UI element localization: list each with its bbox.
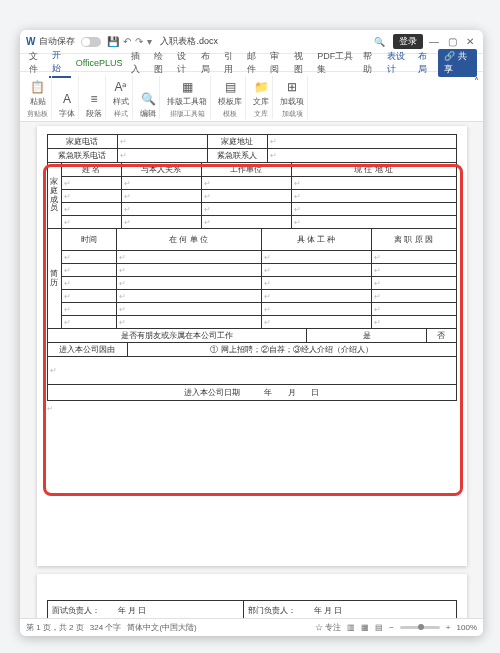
table-row: ↵↵↵↵ xyxy=(47,264,456,277)
search-box[interactable]: 🔍 xyxy=(370,36,389,48)
zoom-in-icon[interactable]: + xyxy=(446,623,451,632)
addin-icon: ⊞ xyxy=(284,79,300,95)
view-web-icon[interactable]: ▤ xyxy=(375,623,383,632)
group-paragraph: ≡ 段落 xyxy=(83,76,106,119)
group-label-clipboard: 剪贴板 xyxy=(27,109,48,119)
template-icon: ▤ xyxy=(222,79,238,95)
question-table: 是否有朋友或亲属在本公司工作 是 否 进入本公司因由 ① 网上招聘；②自荐；③经… xyxy=(47,328,457,401)
styles-icon: Aᵃ xyxy=(113,79,129,95)
table-row: 紧急联系电话↵紧急联系人↵ xyxy=(47,149,456,163)
table-row: 进入本公司日期 年 月 日 xyxy=(47,385,456,401)
group-clipboard: 📋 粘贴 剪贴板 xyxy=(24,76,52,119)
paragraph-button[interactable]: ≡ 段落 xyxy=(86,91,102,119)
font-button[interactable]: A 字体 xyxy=(59,91,75,119)
autosave-label: 自动保存 xyxy=(39,35,75,48)
word-count[interactable]: 324 个字 xyxy=(90,622,122,633)
table-row: ↵↵↵↵ xyxy=(47,177,456,190)
table-row: 是否有朋友或亲属在本公司工作 是 否 xyxy=(47,329,456,343)
zoom-slider[interactable] xyxy=(400,626,440,629)
paste-button[interactable]: 📋 粘贴 xyxy=(30,79,46,107)
language-indicator[interactable]: 简体中文(中国大陆) xyxy=(127,622,196,633)
table-row: ↵↵↵↵ xyxy=(47,251,456,264)
family-label: 家庭成员 xyxy=(47,163,61,229)
maximize-icon[interactable]: ▢ xyxy=(445,36,459,47)
document-name: 入职表格.docx xyxy=(160,35,218,48)
resume-label: 简历 xyxy=(47,229,61,329)
wenku-icon: 📁 xyxy=(253,79,269,95)
ribbon: 📋 粘贴 剪贴板 A 字体 ≡ 段落 Aᵃ 样式 样式 xyxy=(20,72,483,122)
zoom-out-icon[interactable]: − xyxy=(389,623,394,632)
group-editing: 🔍 编辑 xyxy=(137,76,160,119)
view-read-icon[interactable]: ▦ xyxy=(361,623,369,632)
page-2: 面试负责人： 年 月 日 部门负责人： 年 月 日 xyxy=(37,574,467,618)
group-layout-tool: ▦ 排版工具箱 排版工具箱 xyxy=(164,76,211,119)
table-row: ↵↵↵↵ xyxy=(47,216,456,229)
group-template: ▤ 模板库 模板 xyxy=(215,76,246,119)
table-row: ↵↵↵↵ xyxy=(47,290,456,303)
table-row: 简历 时间 在 何 单 位 具 体 工 种 离 职 原 因 xyxy=(47,229,456,251)
word-icon: W xyxy=(26,36,35,47)
login-button[interactable]: 登录 xyxy=(393,34,423,49)
zoom-level[interactable]: 100% xyxy=(457,623,477,632)
paste-icon: 📋 xyxy=(30,79,46,95)
redo-icon[interactable]: ↷ xyxy=(135,36,143,47)
styles-button[interactable]: Aᵃ 样式 xyxy=(113,79,129,107)
layout-tool-button[interactable]: ▦ 排版工具箱 xyxy=(167,79,207,107)
addin-button[interactable]: ⊞ 加载项 xyxy=(280,79,304,107)
autosave-toggle[interactable] xyxy=(81,37,101,47)
group-label-template: 模板 xyxy=(223,109,237,119)
editing-icon: 🔍 xyxy=(140,91,156,107)
template-button[interactable]: ▤ 模板库 xyxy=(218,79,242,107)
word-window: W 自动保存 💾 ↶ ↷ ▾ 入职表格.docx 🔍 登录 — ▢ ✕ 文件 开… xyxy=(20,30,483,636)
group-label-wenku: 文库 xyxy=(254,109,268,119)
close-icon[interactable]: ✕ xyxy=(463,36,477,47)
table-row: ↵↵↵↵ xyxy=(47,316,456,329)
family-table: 家庭成员 姓 名 与本人关系 工作单位 现 住 地 址 ↵↵↵↵ ↵↵↵↵ ↵↵… xyxy=(47,162,457,229)
signoff-table: 面试负责人： 年 月 日 部门负责人： 年 月 日 xyxy=(47,600,457,618)
focus-mode[interactable]: ☆ 专注 xyxy=(315,622,341,633)
share-icon: 🔗 xyxy=(444,51,455,61)
minimize-icon[interactable]: — xyxy=(427,36,441,47)
table-row: 家庭成员 姓 名 与本人关系 工作单位 现 住 地 址 xyxy=(47,163,456,177)
view-print-icon[interactable]: ▥ xyxy=(347,623,355,632)
page-1: 家庭电话↵家庭地址↵ 紧急联系电话↵紧急联系人↵ 家庭成员 姓 名 与本人关系 … xyxy=(37,126,467,566)
table-row: 进入本公司因由 ① 网上招聘；②自荐；③经人介绍（介绍人） xyxy=(47,343,456,357)
paragraph-icon: ≡ xyxy=(86,91,102,107)
contact-table: 家庭电话↵家庭地址↵ 紧急联系电话↵紧急联系人↵ xyxy=(47,134,457,163)
group-styles: Aᵃ 样式 样式 xyxy=(110,76,133,119)
group-label-styles: 样式 xyxy=(114,109,128,119)
editing-button[interactable]: 🔍 编辑 xyxy=(140,91,156,119)
document-area[interactable]: 3.表格合并成功 家庭电话↵家庭地址↵ 紧急联系电话↵紧急联系人↵ 家庭成员 姓… xyxy=(20,122,483,618)
wenku-button[interactable]: 📁 文库 xyxy=(253,79,269,107)
table-row: 家庭电话↵家庭地址↵ xyxy=(47,135,456,149)
group-label-addin: 加载项 xyxy=(282,109,303,119)
ribbon-collapse-icon[interactable]: ˄ xyxy=(474,76,479,87)
undo-icon[interactable]: ↶ xyxy=(123,36,131,47)
statusbar: 第 1 页，共 2 页 324 个字 简体中文(中国大陆) ☆ 专注 ▥ ▦ ▤… xyxy=(20,618,483,636)
font-icon: A xyxy=(59,91,75,107)
resume-table: 简历 时间 在 何 单 位 具 体 工 种 离 职 原 因 ↵↵↵↵ ↵↵↵↵ … xyxy=(47,228,457,329)
table-row: ↵ xyxy=(47,357,456,385)
group-wenku: 📁 文库 文库 xyxy=(250,76,273,119)
layout-tool-icon: ▦ xyxy=(179,79,195,95)
ribbon-tabs: 文件 开始 OfficePLUS 插入 绘图 设计 布局 引用 邮件 审阅 视图… xyxy=(20,54,483,72)
table-row: ↵↵↵↵ xyxy=(47,203,456,216)
group-addin: ⊞ 加载项 加载项 xyxy=(277,76,308,119)
group-font: A 字体 xyxy=(56,76,79,119)
save-icon[interactable]: 💾 xyxy=(107,36,119,47)
table-row: 面试负责人： 年 月 日 部门负责人： 年 月 日 xyxy=(47,601,456,619)
page-indicator[interactable]: 第 1 页，共 2 页 xyxy=(26,622,84,633)
group-label-layout-tool: 排版工具箱 xyxy=(170,109,205,119)
table-row: ↵↵↵↵ xyxy=(47,190,456,203)
customize-qat-icon[interactable]: ▾ xyxy=(147,36,152,47)
table-row: ↵↵↵↵ xyxy=(47,303,456,316)
tab-officeplus[interactable]: OfficePLUS xyxy=(73,57,126,69)
table-row: ↵↵↵↵ xyxy=(47,277,456,290)
